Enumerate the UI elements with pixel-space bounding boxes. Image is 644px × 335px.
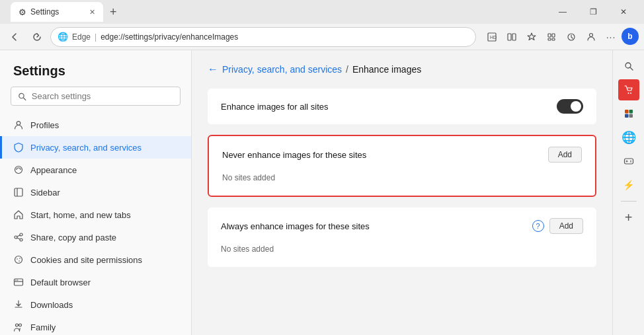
minimize-button[interactable]: — [547, 2, 578, 22]
rs-browser-button[interactable]: 🌐 [618, 127, 639, 148]
more-button[interactable]: ··· [602, 28, 620, 46]
browser-icon [13, 277, 24, 287]
breadcrumb-current: Enhance images [352, 64, 421, 75]
sidebar-divider [621, 201, 637, 202]
read-mode-icon: HD [487, 32, 497, 42]
address-bar[interactable]: 🌐 Edge | edge://settings/privacy/enhance… [50, 27, 476, 47]
sidebar-item-label: Family [30, 322, 56, 332]
rs-shopping-button[interactable] [618, 79, 639, 100]
help-icon-button[interactable]: ? [532, 220, 544, 232]
family-icon [13, 322, 24, 332]
sidebar-item-start-home[interactable]: Start, home, and new tabs [0, 204, 191, 226]
sidebar-item-sidebar[interactable]: Sidebar [0, 181, 191, 204]
sidebar-item-share[interactable]: Share, copy and paste [0, 226, 191, 248]
search-input[interactable] [32, 91, 173, 101]
svg-point-18 [20, 239, 22, 241]
profile-icon [13, 120, 24, 130]
back-button[interactable] [5, 28, 24, 46]
svg-point-16 [20, 233, 22, 236]
svg-rect-7 [552, 38, 555, 40]
rs-search-button[interactable] [618, 56, 639, 77]
rs-bing-button[interactable]: ⚡ [618, 174, 639, 196]
enhance-all-toggle[interactable] [557, 99, 583, 114]
right-sidebar: 🌐 ⚡ + [612, 50, 644, 335]
toggle-knob [571, 101, 581, 112]
sidebar-item-profiles[interactable]: Profiles [0, 114, 191, 136]
svg-rect-2 [508, 34, 511, 40]
sidebar-item-downloads[interactable]: Downloads [0, 293, 191, 316]
privacy-icon [13, 142, 24, 153]
svg-point-12 [17, 122, 20, 126]
sidebar-item-default-browser[interactable]: Default browser [0, 271, 191, 293]
refresh-button[interactable] [28, 28, 46, 46]
sidebar-item-label: Start, home, and new tabs [30, 210, 131, 220]
history-icon [566, 32, 577, 42]
more-icon: ··· [606, 32, 616, 42]
always-no-sites-text: No sites added [221, 242, 583, 256]
svg-rect-14 [15, 188, 22, 196]
app-body: Settings Profiles Privacy, search, and s… [0, 50, 644, 335]
never-add-button[interactable]: Add [548, 147, 582, 163]
svg-rect-5 [552, 34, 555, 37]
sidebar-item-family[interactable]: Family [0, 316, 191, 335]
svg-point-30 [19, 324, 22, 326]
never-no-sites-text: No sites added [222, 170, 582, 185]
svg-rect-6 [548, 38, 551, 40]
maximize-button[interactable]: ❐ [578, 2, 608, 22]
address-separator: | [95, 32, 97, 42]
always-add-button[interactable]: Add [549, 218, 583, 234]
content-area: ← Privacy, search, and services / Enhanc… [192, 50, 612, 335]
search-icon [18, 92, 26, 101]
breadcrumb-back-button[interactable]: ← [208, 63, 218, 75]
never-enhance-title: Never enhance images for these sites [222, 150, 366, 160]
svg-point-27 [15, 279, 17, 281]
svg-rect-39 [625, 110, 629, 114]
profile-button[interactable] [582, 28, 600, 46]
search-box[interactable] [11, 87, 181, 106]
sidebar-item-label: Sidebar [30, 188, 60, 198]
svg-point-17 [15, 236, 17, 239]
address-text: edge://settings/privacy/enhanceImages [101, 32, 469, 42]
downloads-icon [13, 299, 24, 310]
edge-label: Edge [72, 32, 91, 42]
svg-point-9 [590, 33, 593, 36]
sidebar-icon [13, 187, 24, 198]
sidebar-item-label: Appearance [30, 165, 77, 175]
tab-bar: ⚙ Settings ✕ + [11, 2, 542, 22]
sidebar: Settings Profiles Privacy, search, and s… [0, 50, 192, 335]
rs-add-button[interactable]: + [618, 207, 639, 228]
svg-rect-3 [512, 34, 516, 40]
svg-point-29 [16, 324, 19, 326]
read-mode-button[interactable]: HD [483, 28, 501, 46]
sidebar-item-cookies[interactable]: Cookies and site permissions [0, 248, 191, 271]
svg-point-10 [19, 93, 24, 98]
tab-title: Settings [30, 7, 59, 17]
sidebar-item-label: Default browser [30, 278, 91, 287]
split-screen-icon [506, 32, 517, 42]
breadcrumb-link[interactable]: Privacy, search, and services [222, 64, 342, 75]
collections-button[interactable] [542, 28, 561, 46]
sidebar-item-appearance[interactable]: Appearance [0, 159, 191, 181]
account-avatar[interactable]: b [622, 28, 639, 45]
settings-tab[interactable]: ⚙ Settings ✕ [11, 2, 103, 22]
favorites-button[interactable] [522, 28, 541, 46]
svg-line-36 [630, 68, 633, 71]
history-button[interactable] [562, 28, 581, 46]
svg-point-38 [630, 93, 631, 94]
breadcrumb-separator: / [346, 64, 348, 75]
svg-point-22 [17, 258, 18, 260]
close-button[interactable]: ✕ [608, 2, 639, 22]
split-screen-button[interactable] [503, 28, 521, 46]
always-enhance-card: Always enhance images for these sites ? … [208, 207, 596, 267]
refresh-icon [32, 32, 42, 42]
sidebar-item-label: Cookies and site permissions [30, 255, 142, 265]
search-icon [624, 61, 634, 71]
rs-office-button[interactable] [618, 103, 639, 124]
new-tab-button[interactable]: + [104, 5, 122, 19]
svg-line-20 [17, 238, 20, 239]
rs-games-button[interactable] [618, 151, 639, 172]
never-enhance-card: Never enhance images for these sites Add… [208, 135, 596, 197]
tab-close-button[interactable]: ✕ [89, 8, 95, 17]
edge-favicon: 🌐 [58, 32, 68, 42]
sidebar-item-privacy[interactable]: Privacy, search, and services [0, 136, 191, 159]
